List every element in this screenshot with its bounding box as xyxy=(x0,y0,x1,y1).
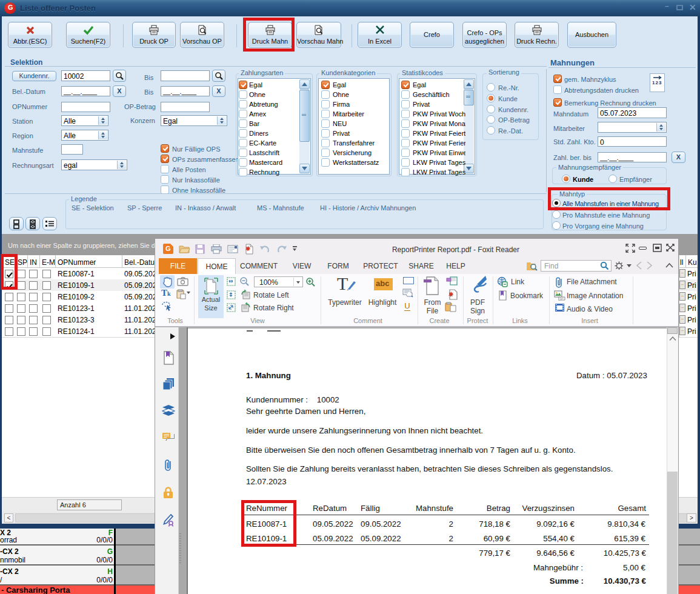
svg-text:123: 123 xyxy=(652,80,662,85)
